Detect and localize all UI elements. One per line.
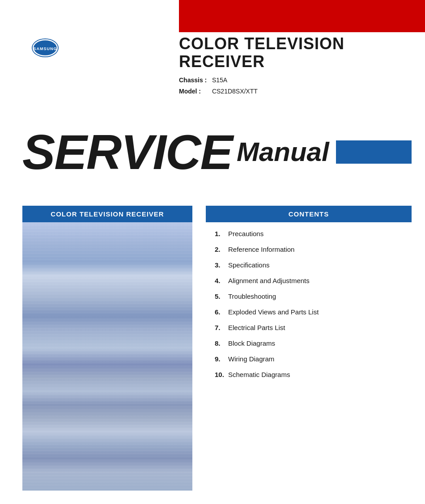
item-number: 8. — [215, 339, 228, 347]
left-panel: COLOR TELEVISION RECEIVER — [22, 206, 192, 491]
item-label: Schematic Diagrams — [228, 371, 290, 378]
item-number: 9. — [215, 355, 228, 363]
contents-header: CONTENTS — [206, 206, 412, 222]
list-item: 3.Specifications — [215, 257, 403, 273]
list-item: 10.Schematic Diagrams — [215, 367, 403, 382]
main-title: COLOR TELEVISION RECEIVER — [179, 35, 412, 70]
chassis-label: Chassis : — [179, 75, 210, 86]
right-panel: CONTENTS 1.Precautions2.Reference Inform… — [206, 206, 412, 491]
list-item: 2.Reference Information — [215, 241, 403, 257]
samsung-logo-area: SAMSUNG — [31, 38, 121, 58]
item-label: Precautions — [228, 230, 264, 237]
list-item: 7.Electrical Parts List — [215, 320, 403, 335]
list-item: 1.Precautions — [215, 226, 403, 241]
item-number: 1. — [215, 230, 228, 237]
top-red-banner — [179, 0, 425, 32]
tv-image — [22, 222, 192, 491]
manual-text: Manual — [237, 139, 329, 165]
item-label: Reference Information — [228, 246, 294, 253]
service-text: SERVICE — [22, 127, 232, 177]
service-manual-area: SERVICE Manual — [22, 130, 412, 174]
item-label: Alignment and Adjustments — [228, 277, 310, 284]
item-number: 7. — [215, 324, 228, 331]
list-item: 8.Block Diagrams — [215, 335, 403, 351]
blue-bar-decoration — [336, 140, 412, 164]
left-panel-header: COLOR TELEVISION RECEIVER — [22, 206, 192, 222]
item-label: Wiring Diagram — [228, 355, 274, 363]
item-label: Specifications — [228, 261, 270, 269]
model-value: CS21D8SX/XTT — [212, 88, 258, 95]
list-item: 6.Exploded Views and Parts List — [215, 304, 403, 320]
list-item: 4.Alignment and Adjustments — [215, 273, 403, 288]
svg-text:SAMSUNG: SAMSUNG — [33, 47, 57, 51]
subtitle-info: Chassis : S15A Model : CS21D8SX/XTT — [179, 75, 412, 97]
chassis-value: S15A — [212, 76, 227, 84]
model-label: Model : — [179, 86, 210, 97]
item-label: Block Diagrams — [228, 339, 275, 347]
item-number: 4. — [215, 277, 228, 284]
item-label: Electrical Parts List — [228, 324, 285, 331]
item-number: 5. — [215, 292, 228, 300]
item-number: 3. — [215, 261, 228, 269]
item-number: 2. — [215, 246, 228, 253]
header-title-area: COLOR TELEVISION RECEIVER Chassis : S15A… — [179, 35, 412, 97]
item-number: 6. — [215, 308, 228, 316]
bottom-content: COLOR TELEVISION RECEIVER CONTENTS 1.Pre… — [22, 206, 412, 491]
item-label: Troubleshooting — [228, 292, 276, 300]
samsung-ellipse-logo: SAMSUNG — [31, 38, 59, 58]
list-item: 5.Troubleshooting — [215, 288, 403, 304]
list-item: 9.Wiring Diagram — [215, 351, 403, 367]
contents-list: 1.Precautions2.Reference Information3.Sp… — [206, 222, 412, 491]
item-number: 10. — [215, 371, 228, 378]
item-label: Exploded Views and Parts List — [228, 308, 319, 316]
